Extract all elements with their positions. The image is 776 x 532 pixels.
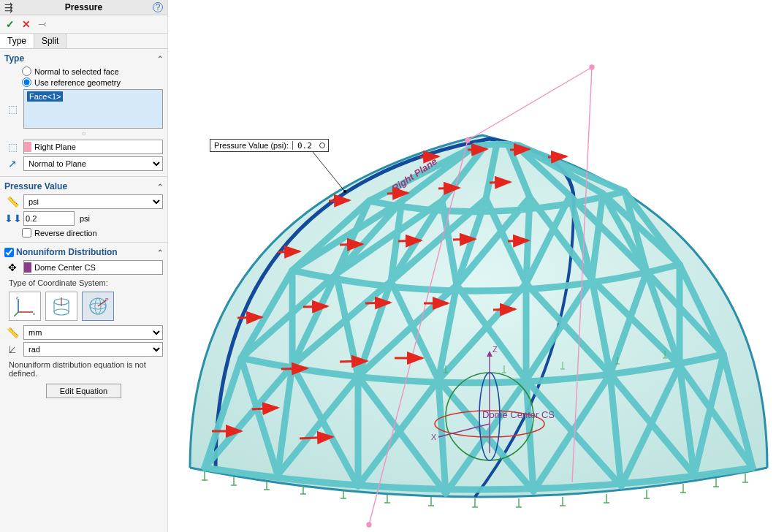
pressure-value-section: Pressure Value ⌃ 📏 psi ⬇⬇⬇ psi Reverse d… xyxy=(0,177,167,243)
property-panel: ⇶ Pressure ? ✓ ✕ ⤙ Type Split Type ⌃ Nor… xyxy=(0,0,168,532)
swatch-plane xyxy=(24,142,31,152)
direction-icon: ↗ xyxy=(4,158,20,170)
svg-line-139 xyxy=(252,408,278,409)
edit-equation-button[interactable]: Edit Equation xyxy=(46,384,121,398)
callout-handle[interactable] xyxy=(319,142,325,148)
cs-cylindrical[interactable] xyxy=(45,292,77,321)
svg-line-151 xyxy=(453,239,475,240)
collapse-icon: ⌃ xyxy=(157,183,163,191)
callout-value: 0.2 xyxy=(293,141,316,151)
svg-line-156 xyxy=(420,156,438,157)
value-unit: psi xyxy=(77,214,90,223)
unit-icon: 📏 xyxy=(4,196,20,208)
svg-line-161 xyxy=(493,309,515,310)
tab-type[interactable]: Type xyxy=(0,34,34,48)
plane-row: ⬚ Right Plane xyxy=(4,140,163,154)
svg-line-146 xyxy=(365,303,390,303)
unit-row: 📏 psi xyxy=(4,194,163,209)
type-header[interactable]: Type ⌃ xyxy=(4,53,163,64)
cs-spherical[interactable]: P xyxy=(82,292,114,321)
value-row: ⬇⬇⬇ psi xyxy=(4,211,163,226)
svg-line-144 xyxy=(237,317,262,318)
graphics-viewport[interactable]: Right Plane Z X Dome xyxy=(168,0,776,532)
help-icon[interactable]: ? xyxy=(153,2,163,12)
opt-normal-face[interactable]: Normal to selected face xyxy=(22,66,163,76)
collapse-icon: ⌃ xyxy=(157,55,163,63)
face-selection-box[interactable]: Face<1> xyxy=(23,89,163,129)
cs-type-label: Type of Coordinate System: xyxy=(4,277,163,289)
pressure-value-input[interactable] xyxy=(23,211,75,226)
cs-row: ✥ Dome Center CS xyxy=(4,260,163,275)
angle-icon: ⟀ xyxy=(4,343,20,355)
tab-split[interactable]: Split xyxy=(34,34,66,48)
svg-point-136 xyxy=(465,138,470,142)
svg-text:z: z xyxy=(16,296,18,300)
cs-field[interactable]: Dome Center CS xyxy=(23,260,163,275)
svg-line-2 xyxy=(14,312,18,316)
svg-line-155 xyxy=(490,182,510,183)
plane-field[interactable]: Right Plane xyxy=(23,140,163,154)
ok-button[interactable]: ✓ xyxy=(6,18,15,30)
svg-text:x: x xyxy=(33,311,35,316)
svg-line-141 xyxy=(281,368,307,369)
cs-cartesian[interactable]: zx xyxy=(9,292,41,321)
equation-note: Nonuniform distribution equation is not … xyxy=(4,359,163,379)
svg-line-140 xyxy=(300,437,332,438)
svg-line-159 xyxy=(548,156,566,157)
pressure-icon: ⇶ xyxy=(4,1,13,13)
svg-text:P: P xyxy=(105,297,109,303)
length-unit-select[interactable]: mm xyxy=(23,325,163,340)
svg-line-160 xyxy=(508,240,528,241)
action-row: ✓ ✕ ⤙ xyxy=(0,15,167,34)
pin-button[interactable]: ⤙ xyxy=(38,18,47,30)
svg-text:Dome Center CS: Dome Center CS xyxy=(482,409,555,420)
svg-point-6 xyxy=(54,309,69,315)
svg-line-142 xyxy=(340,361,367,362)
svg-line-132 xyxy=(468,67,592,140)
unit-select[interactable]: psi xyxy=(23,194,163,209)
face-select-row: ⬚ Face<1> xyxy=(4,89,163,129)
svg-line-149 xyxy=(340,244,362,245)
face-selected-item[interactable]: Face<1> xyxy=(27,91,63,102)
cs-type-buttons: zx P xyxy=(9,292,163,321)
tab-row: Type Split xyxy=(0,34,167,49)
svg-line-148 xyxy=(278,251,300,252)
svg-line-153 xyxy=(387,193,408,194)
collapse-icon: ⌃ xyxy=(157,248,163,256)
resize-grip[interactable]: ○ xyxy=(4,129,163,137)
reverse-direction[interactable]: Reverse direction xyxy=(22,228,163,238)
nonuniform-header[interactable]: Nonuniform Distribution ⌃ xyxy=(4,247,163,257)
panel-header: ⇶ Pressure ? xyxy=(0,0,167,15)
svg-point-135 xyxy=(367,522,371,527)
svg-line-154 xyxy=(438,188,459,189)
length-icon: 📏 xyxy=(4,327,20,338)
panel-title: Pressure xyxy=(65,2,102,12)
pressure-value-header[interactable]: Pressure Value ⌃ xyxy=(4,181,163,191)
length-unit-row: 📏 mm xyxy=(4,325,163,340)
cancel-button[interactable]: ✕ xyxy=(22,18,31,30)
face-icon: ⬚ xyxy=(4,103,20,115)
nonuniform-section: Nonuniform Distribution ⌃ ✥ Dome Center … xyxy=(0,243,167,407)
callout-label: Pressure Value (psi): xyxy=(210,141,293,150)
svg-point-137 xyxy=(590,65,594,69)
plane-icon: ⬚ xyxy=(4,141,20,153)
svg-line-157 xyxy=(468,149,487,150)
swatch-cs xyxy=(24,262,31,273)
value-icon: ⬇⬇⬇ xyxy=(4,213,20,224)
angle-unit-row: ⟀ rad xyxy=(4,342,163,357)
direction-row: ↗ Normal to Plane xyxy=(4,156,163,171)
angle-unit-select[interactable]: rad xyxy=(23,342,163,357)
type-section: Type ⌃ Normal to selected face Use refer… xyxy=(0,49,167,177)
opt-ref-geometry[interactable]: Use reference geometry xyxy=(22,77,163,87)
svg-text:Z: Z xyxy=(492,345,498,354)
direction-select[interactable]: Normal to Plane xyxy=(23,156,163,171)
svg-line-158 xyxy=(510,149,529,150)
cs-icon: ✥ xyxy=(4,262,20,273)
svg-line-150 xyxy=(398,240,421,241)
svg-text:X: X xyxy=(431,433,437,441)
svg-line-152 xyxy=(329,200,349,201)
svg-line-145 xyxy=(303,306,327,307)
pressure-callout[interactable]: Pressure Value (psi): 0.2 xyxy=(210,139,329,152)
